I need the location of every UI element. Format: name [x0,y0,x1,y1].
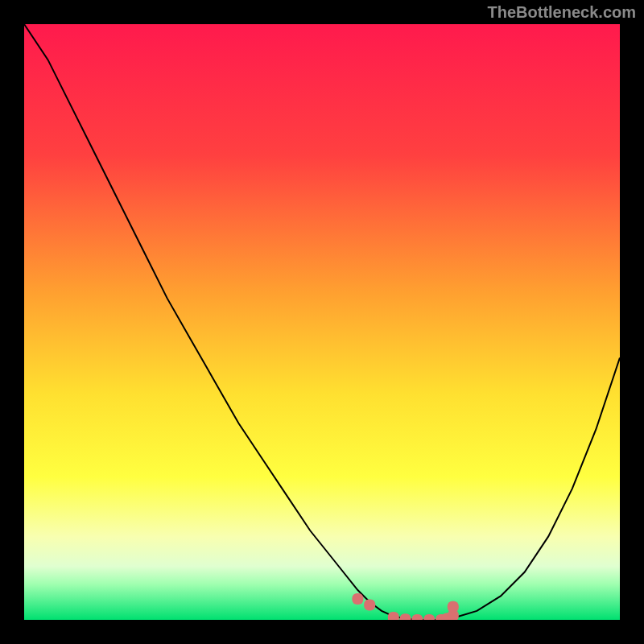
marker-point [352,593,363,605]
marker-point [423,614,435,620]
plot-area [24,24,620,620]
marker-point [400,613,411,620]
bottleneck-curve [24,24,620,620]
curve-layer [24,24,620,620]
chart-frame [0,0,644,644]
watermark-text: TheBottleneck.com [488,3,636,22]
marker-point [388,612,399,620]
marker-point [411,614,423,620]
marker-point [448,601,459,613]
marker-point [364,600,375,611]
optimal-range-markers [352,593,458,620]
